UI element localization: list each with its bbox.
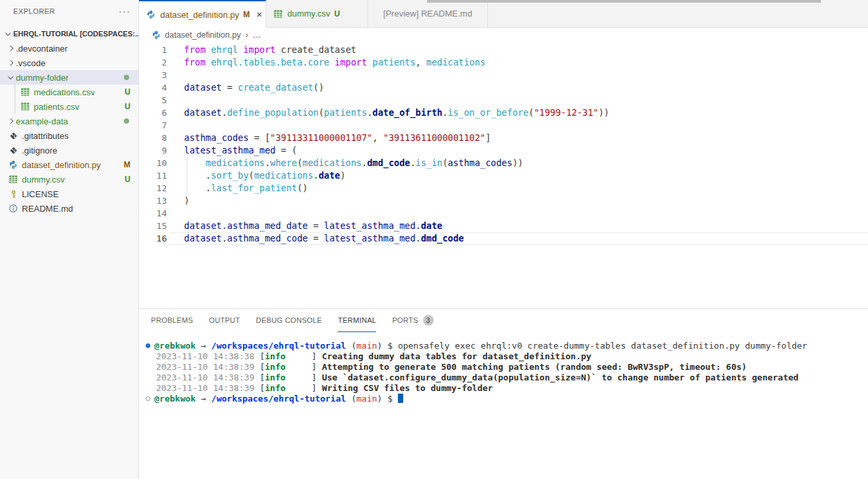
- panel-tab-label: PROBLEMS: [151, 316, 193, 324]
- tree-item-label: medications.csv: [34, 87, 95, 97]
- panel-tabs: PROBLEMSOUTPUTDEBUG CONSOLETERMINALPORTS…: [139, 309, 868, 332]
- log-timestamp: 2023-11-10 14:38:39: [146, 383, 260, 393]
- tree-item-label: .devcontainer: [16, 44, 68, 54]
- code-editor[interactable]: 1from ehrql import create_dataset2from e…: [139, 42, 868, 308]
- panel-tab-output[interactable]: OUTPUT: [209, 309, 240, 332]
- terminal-prompt-line: @rebkwok → /workspaces/ehrql-tutorial (m…: [146, 394, 868, 404]
- code-text: dataset = create_dataset(): [167, 81, 324, 94]
- tree-item-dummy.csv[interactable]: dummy.csvU: [0, 172, 138, 187]
- chevron-right-icon[interactable]: [5, 114, 16, 128]
- tab-label: [Preview] README.md: [383, 9, 472, 19]
- panel-tab-label: DEBUG CONSOLE: [256, 316, 322, 324]
- tree-item-dummy-folder[interactable]: dummy-folder: [0, 70, 138, 85]
- terminal-text: ]: [285, 383, 322, 393]
- code-text: [167, 94, 184, 107]
- line-number: 7: [139, 119, 167, 132]
- tree-item-medications.csv[interactable]: medications.csvU: [0, 85, 138, 99]
- terminal-path: /workspaces/ehrql-tutorial: [211, 394, 346, 404]
- ports-count-badge: 3: [423, 315, 434, 326]
- tree-item-LICENSE[interactable]: LICENSE: [0, 187, 138, 201]
- python-icon: [8, 159, 19, 170]
- code-line: 15dataset.asthma_med_date = latest_asthm…: [139, 220, 868, 232]
- tree-item-.gitignore[interactable]: .gitignore: [0, 143, 138, 157]
- chevron-right-icon[interactable]: [5, 56, 16, 70]
- tree-item-dataset_definition.py[interactable]: dataset_definition.pyM: [0, 157, 138, 172]
- project-root-label: EHRQL-TUTORIAL [CODESPACES:...: [13, 30, 138, 38]
- log-timestamp: 2023-11-10 14:38:39: [146, 372, 260, 382]
- panel-tab-ports[interactable]: PORTS3: [392, 309, 433, 332]
- tree-item-label: .gitattributes: [22, 131, 69, 141]
- tree-item-example-data[interactable]: example-data: [0, 114, 138, 128]
- tab--preview-readme.md[interactable]: [Preview] README.md: [368, 0, 488, 27]
- tree-item-.vscode[interactable]: .vscode: [0, 56, 138, 70]
- tab-dataset-definition.py[interactable]: dataset_definition.pyM×: [139, 0, 266, 28]
- log-message: Attempting to generate 500 matching pati…: [322, 362, 747, 372]
- file-tree: .devcontainer.vscodedummy-foldermedicati…: [0, 41, 138, 216]
- code-line: 16dataset.asthma_med_code = latest_asthm…: [139, 232, 868, 245]
- editor-group: dataset_definition.pyM×dummy.csvU[Previe…: [139, 0, 868, 479]
- git-changes-dot-icon: [124, 75, 129, 80]
- panel-tab-label: OUTPUT: [209, 316, 240, 324]
- terminal-command: opensafely exec ehrql:v0 create-dummy-ta…: [398, 341, 807, 351]
- terminal-branch: main: [356, 394, 377, 404]
- close-icon[interactable]: ×: [256, 11, 262, 19]
- code-text: [167, 69, 184, 81]
- breadcrumb-file[interactable]: dataset_definition.py: [165, 30, 241, 40]
- code-text: from ehrql.tables.beta.core import patie…: [167, 56, 485, 69]
- tree-item-label: LICENSE: [22, 189, 59, 199]
- terminal-path: /workspaces/ehrql-tutorial: [211, 341, 346, 351]
- log-level: info: [265, 351, 285, 361]
- breadcrumb: dataset_definition.py › …: [139, 28, 868, 42]
- chevron-down-icon[interactable]: [3, 26, 13, 41]
- tab-scrollbar-thumb[interactable]: [427, 0, 821, 3]
- breadcrumb-more[interactable]: …: [253, 30, 262, 40]
- line-number: 6: [139, 107, 167, 119]
- git-status-badge: M: [243, 10, 250, 19]
- chevron-right-icon[interactable]: [5, 41, 16, 56]
- terminal-text: [: [260, 351, 265, 361]
- terminal-cursor: [398, 394, 403, 403]
- line-number: 14: [139, 207, 167, 220]
- project-root-row[interactable]: EHRQL-TUTORIAL [CODESPACES:...: [0, 26, 138, 41]
- code-line: 1from ehrql import create_dataset: [139, 44, 868, 56]
- terminal-user: @rebkwok: [154, 394, 196, 404]
- tree-item-label: dataset_definition.py: [22, 160, 101, 170]
- more-actions-icon[interactable]: ···: [119, 8, 130, 15]
- code-line: 10 medications.where(medications.dmd_cod…: [139, 157, 868, 169]
- line-number: 16: [139, 232, 167, 245]
- chevron-down-icon[interactable]: [5, 70, 16, 85]
- git-icon: [8, 130, 19, 141]
- terminal-log-line: 2023-11-10 14:38:38 [info ] Creating dum…: [146, 351, 868, 362]
- tree-item-.devcontainer[interactable]: .devcontainer: [0, 41, 138, 56]
- git-status-badge: U: [334, 9, 340, 19]
- python-icon: [151, 30, 162, 40]
- tree-item-label: patients.csv: [34, 102, 79, 112]
- terminal-text: [: [260, 362, 265, 372]
- code-line: 11 .sort_by(medications.date): [139, 169, 868, 182]
- git-icon: [8, 145, 19, 155]
- code-line: 7: [139, 119, 868, 132]
- tree-item-README.md[interactable]: README.md: [0, 201, 138, 216]
- terminal-log-line: 2023-11-10 14:38:39 [info ] Writing CSV …: [146, 383, 868, 394]
- panel-tab-terminal[interactable]: TERMINAL: [338, 309, 376, 332]
- terminal[interactable]: @rebkwok → /workspaces/ehrql-tutorial (m…: [139, 332, 868, 404]
- terminal-text: ]: [285, 372, 322, 382]
- vscode-window: EXPLORER ··· EHRQL-TUTORIAL [CODESPACES:…: [0, 0, 868, 479]
- tab-dummy.csv[interactable]: dummy.csvU: [266, 0, 368, 27]
- panel-tab-problems[interactable]: PROBLEMS: [151, 309, 193, 332]
- git-status-badge: U: [124, 102, 138, 111]
- panel-tab-debug-console[interactable]: DEBUG CONSOLE: [256, 309, 322, 332]
- panel-tab-label: PORTS: [392, 316, 418, 324]
- terminal-prompt-line: @rebkwok → /workspaces/ehrql-tutorial (m…: [146, 341, 868, 351]
- code-line: 13): [139, 195, 868, 207]
- tree-item-.gitattributes[interactable]: .gitattributes: [0, 128, 138, 143]
- terminal-text: [: [260, 383, 265, 393]
- terminal-log-line: 2023-11-10 14:38:39 [info ] Attempting t…: [146, 362, 868, 372]
- line-number: 15: [139, 220, 167, 232]
- code-text: .last_for_patient(): [167, 182, 308, 195]
- tree-indent-guide: [15, 85, 15, 114]
- tree-item-label: dummy.csv: [22, 175, 65, 185]
- tree-item-patients.csv[interactable]: patients.csvU: [0, 99, 138, 114]
- arrow-icon: →: [196, 394, 211, 404]
- line-number: 13: [139, 195, 167, 207]
